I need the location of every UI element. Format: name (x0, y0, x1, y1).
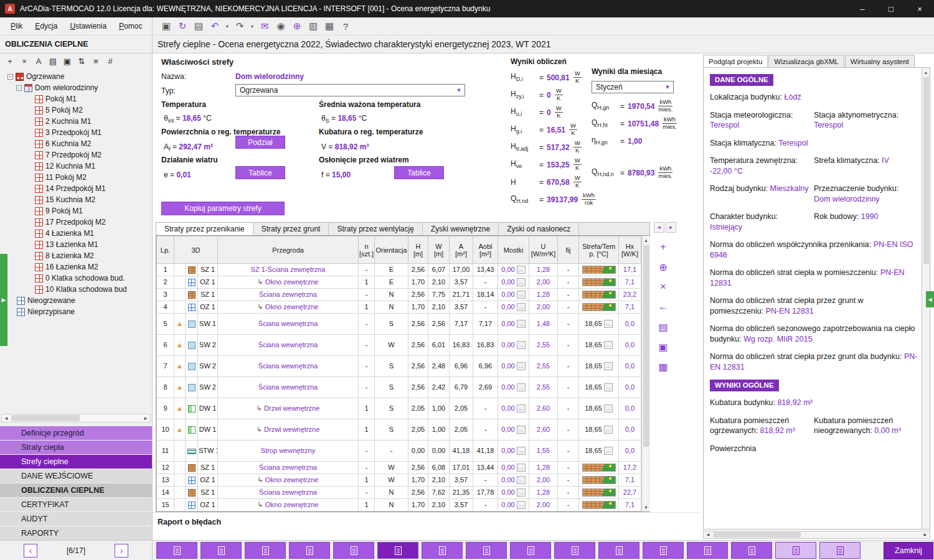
scroll-left-icon[interactable]: ◄ (2, 414, 11, 422)
table-vertical-scrollbar[interactable]: ▲ ▼ (641, 236, 650, 511)
redo-icon[interactable]: ↷ (232, 19, 247, 34)
right-panel-tab[interactable]: Podgląd projektu (703, 55, 768, 67)
undo-icon[interactable]: ↶ (207, 19, 222, 34)
table-row[interactable]: 4OZ 1↳ Okno zewnętrzne1N1,702,103,57-0,0… (157, 301, 641, 314)
tree-item-room[interactable]: 7 Przedpokój M2 (35, 149, 152, 161)
tree-item-room[interactable]: Pokój M1 (35, 93, 152, 105)
bottom-toolbar-button[interactable] (422, 542, 463, 559)
bottom-toolbar-button[interactable] (377, 542, 418, 559)
bottom-toolbar-button[interactable] (687, 542, 728, 559)
tree-item-room[interactable]: 17 Przedpokój M2 (35, 217, 152, 228)
bottom-toolbar-button[interactable] (156, 542, 197, 559)
left-panel-toggle[interactable]: ▶ (0, 254, 7, 346)
paste-icon[interactable]: ▤ (656, 320, 670, 334)
tree-item-room[interactable]: 4 Łazienka M1 (35, 228, 152, 239)
tree-item-room[interactable]: 12 Kuchnia M1 (35, 161, 152, 172)
table-row[interactable]: 5▲SW 1Ściana wewnętrzna-S2,562,567,177,1… (157, 314, 641, 335)
scroll-left-icon[interactable]: ◄ (704, 531, 712, 539)
sidebar-item[interactable]: DANE WEJŚCIOWE (0, 469, 152, 483)
add-row-icon[interactable]: + (656, 240, 670, 254)
table-tab[interactable]: Straty przez grunt (253, 223, 329, 235)
scroll-thumb[interactable] (714, 532, 801, 538)
right-panel-toggle[interactable]: ◀ (926, 291, 934, 307)
pager-prev-button[interactable]: ‹ (24, 544, 37, 558)
table-tab[interactable]: Zyski od nasłonecz (499, 223, 579, 235)
bottom-toolbar-button[interactable] (245, 542, 286, 559)
add-child-icon[interactable]: ⊕ (656, 260, 670, 274)
bridges-details-button[interactable]: … (517, 383, 526, 391)
table-row[interactable]: 11STW 1Strop wewnętrzny--0,000,0041,1841… (157, 441, 641, 462)
copy-icon[interactable]: ▣ (61, 55, 73, 67)
structure-icon[interactable]: ≡ (90, 55, 102, 67)
wind-tables-button[interactable]: Tablice (235, 166, 285, 179)
bridges-details-button[interactable]: … (517, 266, 526, 274)
bridges-details-button[interactable]: … (517, 278, 526, 286)
shelter-tables-button[interactable]: Tablice (394, 166, 444, 179)
table-tab[interactable]: Straty przez przenikanie (156, 223, 253, 235)
redo-menu-icon[interactable]: ▾ (248, 19, 256, 34)
screenshot-icon[interactable]: ◉ (273, 19, 288, 34)
tab-scroll-left-icon[interactable]: ◄ (654, 222, 664, 233)
bottom-toolbar-button[interactable] (731, 542, 772, 559)
tree-item-room[interactable]: 15 Kuchnia M2 (35, 194, 152, 205)
tree-item-room[interactable]: 13 Łazienka M1 (35, 239, 152, 250)
table-row[interactable]: 9▲DW 1↳ Drzwi wewnętrzne1S2,051,002,05-0… (157, 398, 641, 419)
chevron-down-icon[interactable]: ▼ (662, 82, 673, 93)
zone-details-button[interactable]: … (604, 320, 613, 328)
bottom-toolbar-button[interactable] (289, 542, 330, 559)
bridges-details-button[interactable]: … (517, 320, 526, 328)
sidebar-item[interactable]: OBLICZENIA CIEPLNE (0, 483, 152, 497)
bridges-details-button[interactable]: … (517, 464, 526, 472)
sidebar-item[interactable]: AUDYT (0, 512, 152, 526)
scroll-up-icon[interactable]: ▲ (922, 68, 930, 77)
tree-horizontal-scrollbar[interactable]: ◄ ► (1, 414, 151, 422)
sidebar-item[interactable]: Straty ciepła (0, 441, 152, 454)
bottom-toolbar-button[interactable] (200, 542, 242, 559)
scroll-right-icon[interactable]: ► (141, 414, 150, 422)
tree-item-group[interactable]: Nieprzypisane (7, 306, 152, 317)
tree-item-room[interactable]: 9 Pokój M1 (35, 205, 152, 217)
split-icon[interactable]: # (104, 55, 116, 67)
bridges-details-button[interactable]: … (517, 426, 526, 434)
menu-item[interactable]: Plik (5, 19, 28, 33)
bottom-toolbar-button[interactable] (466, 542, 507, 559)
bridges-details-button[interactable]: … (517, 476, 526, 484)
report-icon[interactable]: ▤ (47, 55, 59, 67)
zone-details-button[interactable]: … (604, 341, 613, 349)
refresh-icon[interactable]: ↻ (175, 19, 190, 34)
duplicate-icon[interactable]: ▣ (656, 340, 670, 353)
calc-icon[interactable]: ▦ (656, 360, 670, 373)
sort-icon[interactable]: ⇅ (75, 55, 88, 67)
table-row[interactable]: 3SZ 1Ściana zewnętrzna-N2,567,7521,7118,… (157, 289, 641, 301)
sidebar-item[interactable]: Definicje przegród (0, 426, 152, 440)
table-row[interactable]: 6▲SW 2Ściana wewnętrzna-W2,566,0116,8316… (157, 335, 641, 356)
tree-item-room[interactable]: 16 Łazienka M2 (35, 261, 152, 273)
zone-type-select[interactable]: Ogrzewana ▼ (235, 84, 465, 96)
tree-item-room[interactable]: 3 Przedpokój M1 (35, 127, 152, 138)
table-row[interactable]: 10▲DW 1↳ Drzwi wewnętrzne1S2,051,002,05-… (157, 419, 641, 441)
tree-item-heated[interactable]: −Ogrzewane (7, 71, 152, 82)
scroll-right-icon[interactable]: ► (921, 531, 930, 539)
close-button[interactable]: Zamknij (884, 542, 933, 559)
tree-item-room[interactable]: 0 Klatka schodowa bud. (35, 273, 152, 284)
menu-item[interactable]: Edycja (29, 19, 63, 33)
tree-item-room[interactable]: 6 Kuchnia M2 (35, 138, 152, 149)
tree-item-room[interactable]: 5 Pokój M2 (35, 105, 152, 116)
bridges-details-button[interactable]: … (517, 291, 526, 299)
zone-details-button[interactable]: … (604, 362, 613, 370)
assign-icon[interactable]: ← (656, 300, 670, 314)
pager-next-button[interactable]: › (115, 544, 128, 558)
zone-details-button[interactable]: … (604, 426, 613, 434)
tree-item-room[interactable]: 8 Łazienka M2 (35, 250, 152, 261)
menu-item[interactable]: Pomoc (113, 19, 148, 33)
maximize-button[interactable]: □ (877, 0, 905, 17)
table-row[interactable]: 12SZ 1Ściana zewnętrzna-W2,566,0817,0113… (157, 462, 641, 474)
copy-zone-params-button[interactable]: Kopiuj parametry strefy (161, 202, 285, 215)
table-tab[interactable]: Straty przez wentylację (329, 223, 422, 235)
scroll-down-icon[interactable]: ▼ (642, 503, 651, 511)
bridges-details-button[interactable]: … (517, 404, 526, 413)
tree-item-group[interactable]: Nieogrzewane (7, 295, 152, 306)
bottom-toolbar-button[interactable] (333, 542, 374, 559)
delete-row-icon[interactable]: × (656, 280, 670, 294)
zone-details-button[interactable]: … (604, 383, 613, 391)
